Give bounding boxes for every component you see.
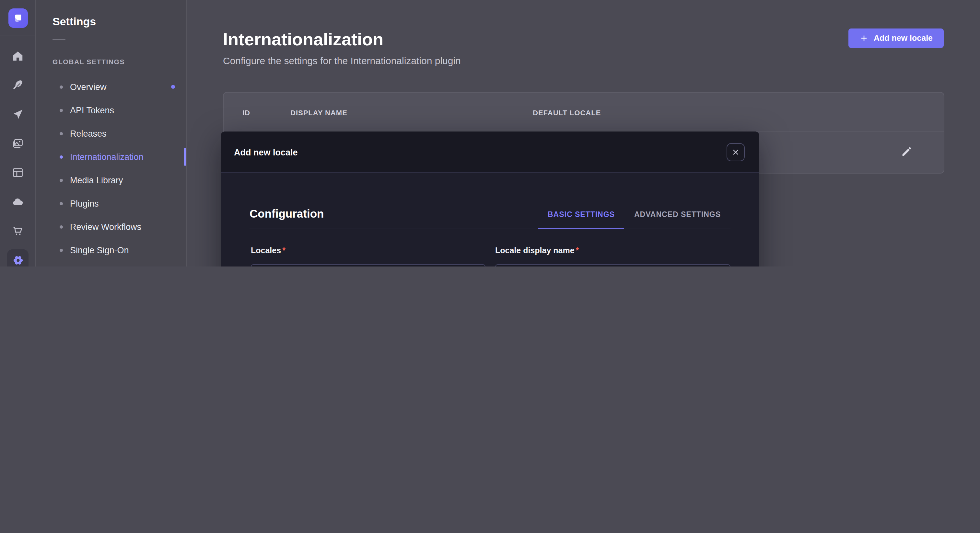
display-name-label: Locale display name* — [495, 246, 730, 256]
gear-icon — [7, 249, 29, 266]
pencil-icon — [900, 145, 913, 158]
configuration-title: Configuration — [250, 205, 324, 223]
tab-advanced-settings[interactable]: ADVANCED SETTINGS — [625, 200, 730, 228]
cart-icon[interactable] — [0, 216, 36, 246]
bullet-icon — [60, 225, 63, 228]
bullet-icon — [60, 155, 63, 159]
locales-label: Locales* — [251, 246, 485, 256]
add-locale-modal: Add new locale Configuration BASIC SETTI… — [221, 132, 759, 266]
required-marker: * — [576, 246, 579, 255]
sidebar-item-internationalization[interactable]: Internationalization — [36, 145, 186, 168]
locales-select[interactable]: French (fr) — [251, 264, 485, 266]
bullet-icon — [60, 108, 63, 112]
tab-basic-settings[interactable]: BASIC SETTINGS — [538, 200, 625, 228]
settings-tabs: BASIC SETTINGS ADVANCED SETTINGS — [538, 200, 730, 228]
required-marker: * — [282, 246, 285, 255]
sidebar-item-api-tokens[interactable]: API Tokens — [36, 98, 186, 122]
rail-divider — [0, 36, 35, 36]
bullet-icon — [60, 132, 63, 135]
nav-rail: KD — [0, 0, 36, 266]
sidebar-item-single-sign-on[interactable]: Single Sign-On — [36, 238, 186, 262]
locales-field: Locales* French (fr) — [251, 246, 485, 266]
modal-body: Configuration BASIC SETTINGS ADVANCED SE… — [221, 173, 759, 266]
section-header-global-settings: GLOBAL SETTINGS — [52, 57, 186, 66]
plus-icon — [859, 34, 869, 43]
display-name-field: Locale display name* Locale will be disp… — [495, 246, 730, 266]
add-new-locale-button[interactable]: Add new locale — [848, 29, 944, 48]
media-library-icon[interactable] — [0, 129, 36, 158]
feather-icon[interactable] — [0, 71, 36, 100]
sidebar-item-plugins[interactable]: Plugins — [36, 192, 186, 215]
active-indicator — [184, 148, 186, 166]
sidebar-item-overview[interactable]: Overview — [36, 75, 186, 98]
section-items-global: Overview API Tokens Releases Internation… — [36, 75, 186, 266]
bullet-icon — [60, 178, 63, 182]
strapi-logo[interactable] — [8, 8, 28, 28]
bullet-icon — [60, 202, 63, 205]
sidebar-item-review-workflows[interactable]: Review Workflows — [36, 215, 186, 238]
strapi-settings-app: KD Settings GLOBAL SETTINGS Overview API… — [0, 0, 980, 266]
sidebar-item-transfer-tokens[interactable]: Transfer Tokens — [36, 262, 186, 266]
settings-rail-item[interactable] — [0, 246, 36, 266]
display-name-input[interactable] — [495, 264, 730, 266]
close-button[interactable] — [727, 143, 745, 161]
strapi-logo-icon — [11, 11, 25, 25]
cloud-icon[interactable] — [0, 187, 36, 216]
column-header-default-locale: DEFAULT LOCALE — [533, 109, 601, 117]
settings-sidebar: Settings GLOBAL SETTINGS Overview API To… — [36, 0, 187, 266]
modal-header: Add new locale — [221, 132, 759, 173]
notification-dot — [171, 85, 175, 89]
column-header-id: ID — [242, 109, 250, 117]
close-icon — [732, 148, 740, 156]
rail-icon-nav — [0, 41, 36, 266]
bullet-icon — [60, 248, 63, 252]
sidebar-item-media-library[interactable]: Media Library — [36, 168, 186, 192]
page-title: Internationalization — [223, 29, 383, 50]
bullet-icon — [60, 85, 63, 89]
sidebar-title: Settings — [52, 16, 186, 29]
modal-title: Add new locale — [234, 132, 298, 173]
sidebar-item-releases[interactable]: Releases — [36, 122, 186, 145]
column-header-display-name: DISPLAY NAME — [290, 109, 347, 117]
tabs-divider — [250, 228, 730, 229]
title-underline — [52, 39, 65, 40]
paper-plane-icon[interactable] — [0, 100, 36, 129]
page-subtitle: Configure the settings for the Internati… — [223, 55, 461, 66]
edit-locale-button[interactable] — [899, 144, 915, 160]
layout-icon[interactable] — [0, 158, 36, 187]
home-icon[interactable] — [0, 41, 36, 71]
